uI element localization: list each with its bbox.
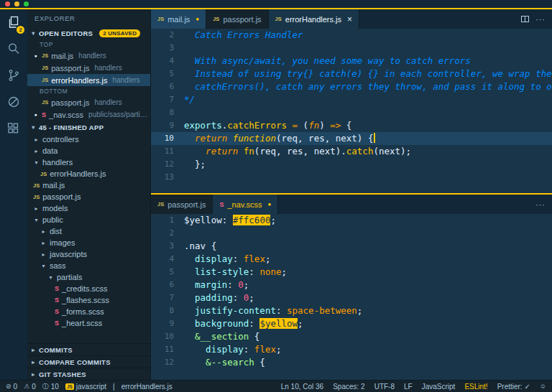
tree-item-_credits-scss[interactable]: S_credits.scss — [27, 283, 150, 294]
activity-extensions-button[interactable] — [6, 122, 22, 138]
status-indentation[interactable]: Spaces: 2 — [333, 383, 364, 391]
code-line[interactable]: 8 justify-content: space-between; — [151, 304, 552, 317]
chevron-down-icon: ▾ — [30, 30, 37, 37]
open-editors-header[interactable]: ▾ OPEN EDITORS 2 UNSAVED — [27, 27, 150, 39]
activity-source-control-button[interactable] — [6, 69, 22, 85]
tree-item-models[interactable]: ▸models — [27, 202, 150, 214]
status-label: Prettier: ✓ — [497, 383, 530, 391]
status-prettier[interactable]: Prettier: ✓ — [497, 383, 530, 391]
open-editor-item[interactable]: JSpassport.jshandlers — [27, 96, 150, 108]
code-line[interactable]: 10 &__section { — [151, 330, 552, 343]
chevron-down-icon: ▾ — [33, 217, 40, 223]
code-line[interactable]: 2 Catch Errors Handler — [151, 29, 552, 42]
tree-item-_flashes-scss[interactable]: S_flashes.scss — [27, 294, 150, 306]
close-window-button[interactable] — [5, 1, 10, 6]
tab-passport-js[interactable]: JSpassport.js — [151, 195, 213, 214]
tree-item-passport-js[interactable]: JSpassport.js — [27, 191, 150, 202]
code-line[interactable]: 5 list-style: none; — [151, 266, 552, 279]
section-git-stashes[interactable]: ▸GIT STASHES — [27, 368, 150, 380]
status-filename[interactable]: errorHandlers.js — [121, 383, 172, 391]
tree-item-mail-js[interactable]: JSmail.js — [27, 179, 150, 191]
line-content — [184, 42, 552, 55]
line-number: 7 — [151, 291, 184, 304]
text-cursor — [374, 133, 375, 143]
status-errors[interactable]: ⊘0 — [6, 383, 17, 391]
tree-item-handlers[interactable]: ▾handlers — [27, 157, 150, 168]
tree-item-javascripts[interactable]: ▸javascripts — [27, 248, 150, 260]
status-language-mode[interactable]: JSjavascript — [65, 383, 106, 391]
status-eol[interactable]: LF — [404, 383, 413, 391]
activity-badge: 2 — [17, 26, 24, 34]
open-editor-item[interactable]: ●S_nav.scsspublic/sass/partials — [27, 108, 150, 121]
line-content: With async/await, you need some way to c… — [184, 55, 552, 67]
close-icon[interactable]: × — [347, 15, 352, 24]
code-line[interactable]: 11 return fn(req, res, next).catch(next)… — [151, 145, 552, 158]
code-line[interactable]: 4 display: flex; — [151, 253, 552, 266]
code-line[interactable]: 11 display: flex; — [151, 343, 552, 356]
activity-search-button[interactable] — [6, 42, 22, 58]
section-compare-commits[interactable]: ▸COMPARE COMMITS — [27, 355, 150, 368]
code-line[interactable]: 5 Instead of using try{} catch(e) {} in … — [151, 67, 552, 80]
line-content: Catch Errors Handler — [184, 29, 552, 42]
tab-passport-js[interactable]: JSpassport.js — [206, 9, 268, 29]
split-editor-icon[interactable] — [521, 16, 529, 22]
status-bar-left: ⊘0⚠0ⓘ10JSjavascript|errorHandlers.js — [6, 382, 172, 391]
chevron-right-icon: ▸ — [40, 251, 47, 258]
status-cursor-position[interactable]: Ln 10, Col 36 — [281, 383, 324, 391]
status-language[interactable]: JavaScript — [422, 383, 456, 391]
tree-item-images[interactable]: ▸images — [27, 237, 150, 248]
code-token: : — [227, 279, 238, 290]
activity-debug-button[interactable] — [6, 95, 22, 111]
tab-errorHandlers-js[interactable]: JSerrorHandlers.js× — [269, 9, 359, 29]
chevron-down-icon: ▾ — [30, 124, 37, 131]
line-content: return fn(req, res, next).catch(next); — [184, 145, 552, 158]
line-number: 13 — [151, 171, 184, 184]
more-actions-icon[interactable]: ··· — [535, 200, 546, 209]
code-line[interactable]: 3 — [151, 42, 552, 55]
code-line[interactable]: 9 background: $yellow; — [151, 317, 552, 330]
status-feedback[interactable]: ☺ — [540, 383, 546, 390]
code-line[interactable]: 12 }; — [151, 158, 552, 171]
workspace-tree-header[interactable]: ▾ 45 - FINISHED APP — [27, 121, 150, 134]
code-line[interactable]: 4 With async/await, you need some way to… — [151, 55, 552, 67]
code-editor-bottom[interactable]: 1$yellow: #ffc600;23.nav {4 display: fle… — [151, 214, 552, 380]
code-line[interactable]: 7 padding: 0; — [151, 291, 552, 304]
tab-_nav-scss[interactable]: S_nav.scss● — [213, 195, 278, 214]
code-line[interactable]: 8 — [151, 106, 552, 119]
line-content: exports.catchErrors = (fn) => { — [184, 119, 552, 132]
code-line[interactable]: 12 &--search { — [151, 356, 552, 369]
code-line[interactable]: 2 — [151, 227, 552, 240]
status-eslint[interactable]: ESLint! — [464, 383, 487, 391]
activity-explorer-button[interactable]: 2 — [6, 16, 22, 32]
code-line[interactable]: 3.nav { — [151, 240, 552, 253]
code-line[interactable]: 9exports.catchErrors = (fn) => { — [151, 119, 552, 132]
code-line[interactable]: 6 catchErrors(), catch any errors they t… — [151, 80, 552, 93]
tree-item-_heart-scss[interactable]: S_heart.scss — [27, 317, 150, 329]
tree-item-partials[interactable]: ▾partials — [27, 271, 150, 283]
code-line[interactable]: 7*/ — [151, 93, 552, 106]
more-actions-icon[interactable]: ··· — [535, 15, 546, 24]
code-line[interactable]: 13 — [151, 171, 552, 184]
open-editor-item[interactable]: JSpassport.jshandlers — [27, 62, 150, 74]
warning-icon: ⚠ — [24, 383, 29, 390]
tree-item-dist[interactable]: ▸dist — [27, 225, 150, 237]
code-line[interactable]: 1$yellow: #ffc600; — [151, 214, 552, 227]
tab-mail-js[interactable]: JSmail.js● — [151, 9, 206, 29]
code-line[interactable]: 6 margin: 0; — [151, 279, 552, 291]
tree-item-public[interactable]: ▾public — [27, 214, 150, 225]
tree-item-_forms-scss[interactable]: S_forms.scss — [27, 306, 150, 317]
status-info[interactable]: ⓘ10 — [42, 382, 59, 391]
tree-item-data[interactable]: ▸data — [27, 145, 150, 157]
zoom-window-button[interactable] — [24, 1, 29, 6]
section-commits[interactable]: ▸COMMITS — [27, 343, 150, 355]
minimize-window-button[interactable] — [14, 1, 19, 6]
status-encoding[interactable]: UTF-8 — [374, 383, 395, 391]
status-warnings[interactable]: ⚠0 — [24, 383, 36, 391]
code-line[interactable]: 10 return function(req, res, next) { — [151, 132, 552, 145]
open-editor-item[interactable]: ●JSmail.jshandlers — [27, 50, 150, 62]
tree-item-errorHandlers-js[interactable]: JSerrorHandlers.js — [27, 168, 150, 179]
tree-item-controllers[interactable]: ▸controllers — [27, 134, 150, 145]
code-editor-top[interactable]: 2 Catch Errors Handler34 With async/awai… — [151, 29, 552, 193]
tree-item-sass[interactable]: ▾sass — [27, 260, 150, 271]
open-editor-item[interactable]: JSerrorHandlers.jshandlers — [27, 74, 150, 86]
